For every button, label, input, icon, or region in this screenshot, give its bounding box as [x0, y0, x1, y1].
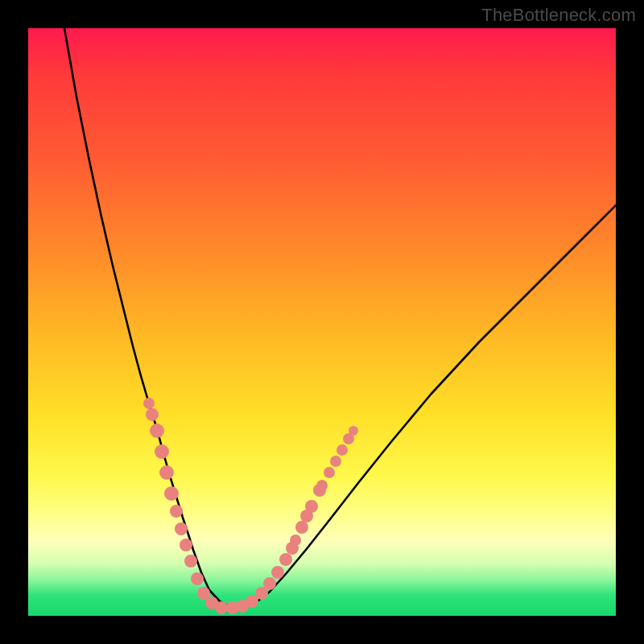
highlight-dot [146, 408, 159, 421]
highlight-dot [170, 505, 183, 518]
curve-svg [28, 28, 616, 616]
highlight-dot [159, 465, 174, 480]
highlight-dot [290, 535, 301, 546]
plot-area [28, 28, 616, 616]
highlight-dot [349, 426, 358, 436]
highlight-dot [336, 444, 348, 456]
highlight-dot [271, 566, 284, 579]
highlight-dot [305, 500, 318, 513]
highlight-dot [215, 601, 228, 614]
highlight-dots-group [143, 398, 358, 614]
highlight-dot [191, 572, 204, 585]
highlight-dot [155, 444, 169, 459]
highlight-dot [279, 553, 292, 566]
highlight-dot [316, 480, 328, 491]
highlight-dot [295, 521, 308, 534]
highlight-dot [184, 555, 197, 568]
highlight-dot [180, 539, 192, 551]
highlight-dot [143, 398, 155, 409]
highlight-dot [175, 522, 188, 535]
bottleneck-curve [64, 28, 616, 608]
chart-frame: TheBottleneck.com [0, 0, 644, 644]
highlight-dot [330, 456, 341, 467]
highlight-dot [150, 423, 164, 438]
highlight-dot [324, 467, 335, 478]
highlight-dot [164, 486, 179, 501]
highlight-dot [263, 577, 276, 590]
watermark-text: TheBottleneck.com [481, 5, 636, 26]
